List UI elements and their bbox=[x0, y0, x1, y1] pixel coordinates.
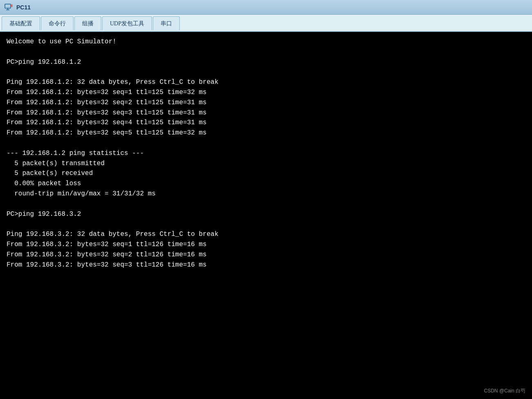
tab-basic-config[interactable]: 基础配置 bbox=[2, 16, 40, 30]
terminal-output: Welcome to use PC Simulator! PC>ping 192… bbox=[7, 37, 525, 270]
watermark: CSDN @Cain 白芍 bbox=[484, 387, 525, 395]
tab-udp-tool[interactable]: UDP发包工具 bbox=[102, 16, 152, 30]
title-bar: PC11 bbox=[0, 0, 532, 15]
app-icon bbox=[4, 3, 13, 12]
tab-multicast[interactable]: 组播 bbox=[74, 16, 101, 30]
tab-command-line[interactable]: 命令行 bbox=[41, 16, 74, 30]
window-title: PC11 bbox=[16, 4, 31, 11]
tab-bar: 基础配置 命令行 组播 UDP发包工具 串口 bbox=[0, 15, 532, 32]
svg-rect-0 bbox=[5, 4, 11, 8]
terminal-area[interactable]: Welcome to use PC Simulator! PC>ping 192… bbox=[0, 32, 532, 399]
tab-serial[interactable]: 串口 bbox=[153, 16, 180, 30]
